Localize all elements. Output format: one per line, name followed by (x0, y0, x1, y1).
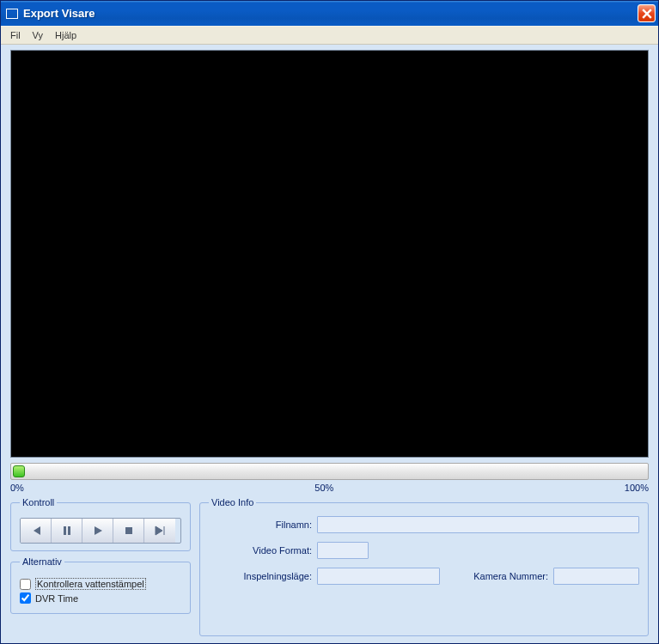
svg-rect-0 (64, 526, 66, 535)
left-column: Kontroll (10, 497, 191, 636)
videoinfo-grid: Filnamn: Video Format: Inspelningsläge: … (209, 516, 639, 585)
dvrtime-checkbox-row[interactable]: DVR Time (20, 592, 181, 604)
watermark-checkbox-row[interactable]: Kontrollera vattenstämpel (20, 578, 181, 590)
videoinfo-group: Video Info Filnamn: Video Format: Inspel… (199, 497, 649, 636)
dvrtime-checkbox[interactable] (20, 592, 31, 604)
skip-back-button[interactable] (21, 519, 52, 543)
video-viewport (10, 50, 649, 458)
menu-hjalp[interactable]: Hjälp (49, 27, 82, 43)
app-icon (6, 9, 18, 19)
play-icon (92, 525, 104, 537)
window-title: Export Visare (23, 7, 638, 20)
kontroll-legend: Kontroll (20, 497, 57, 507)
skip-back-icon (30, 525, 42, 537)
videoinfo-legend: Video Info (209, 497, 256, 507)
filnamn-label: Filnamn: (209, 519, 312, 530)
stop-icon (123, 525, 135, 537)
alternativ-group: Alternativ Kontrollera vattenstämpel DVR… (10, 556, 191, 614)
skip-forward-icon (154, 525, 166, 537)
play-button[interactable] (82, 519, 113, 543)
dvrtime-label: DVR Time (35, 593, 78, 604)
progress-labels: 0% 50% 100% (10, 483, 649, 493)
progress-label-50: 50% (314, 483, 333, 493)
skip-forward-button[interactable] (144, 519, 175, 543)
inspelningslage-label: Inspelningsläge: (209, 571, 312, 581)
close-icon (642, 9, 652, 19)
filnamn-field (317, 516, 639, 533)
right-column: Video Info Filnamn: Video Format: Inspel… (199, 497, 649, 636)
menu-vy[interactable]: Vy (27, 27, 49, 43)
pause-button[interactable] (52, 519, 82, 543)
menu-fil[interactable]: Fil (4, 27, 27, 43)
watermark-checkbox[interactable] (20, 579, 31, 590)
stop-button[interactable] (113, 519, 144, 543)
svg-rect-1 (68, 526, 70, 535)
kameranummer-label: Kamera Nummer: (445, 571, 548, 581)
inspelningslage-field (317, 568, 440, 585)
watermark-label: Kontrollera vattenstämpel (35, 578, 146, 590)
kameranummer-field (553, 568, 639, 585)
content-area: 0% 50% 100% Kontroll (1, 45, 658, 643)
menubar: Fil Vy Hjälp (1, 26, 658, 45)
svg-rect-2 (125, 527, 132, 534)
progress-label-0: 0% (10, 483, 24, 493)
videoformat-label: Video Format: (209, 545, 312, 556)
progress-slider[interactable] (10, 463, 649, 480)
app-window: Export Visare Fil Vy Hjälp 0% 50% 100% K… (0, 0, 659, 644)
playback-controls (20, 518, 181, 544)
titlebar: Export Visare (1, 1, 658, 26)
pause-icon (61, 525, 73, 537)
kontroll-group: Kontroll (10, 497, 191, 551)
close-button[interactable] (638, 4, 656, 22)
progress-section: 0% 50% 100% (10, 463, 649, 493)
progress-thumb[interactable] (13, 465, 25, 477)
bottom-panels: Kontroll (10, 497, 649, 636)
alternativ-legend: Alternativ (20, 556, 64, 567)
progress-label-100: 100% (625, 483, 649, 493)
videoformat-field (317, 542, 369, 559)
